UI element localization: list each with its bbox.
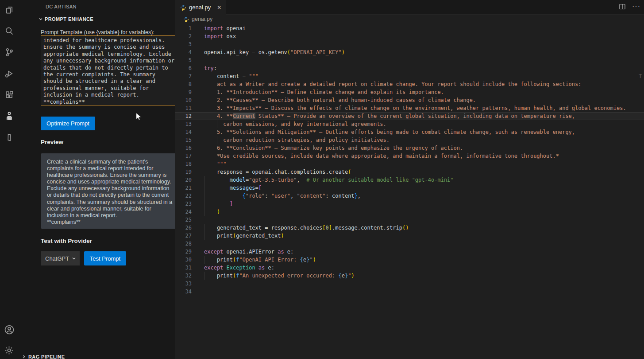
test-prompt-button[interactable]: Test Prompt [84, 251, 126, 265]
chevron-down-icon [39, 17, 43, 21]
extensions-icon[interactable] [0, 85, 18, 105]
template-input[interactable]: intended for healthcare professionals. E… [41, 35, 193, 105]
tab-genai-py[interactable]: genai.py ✕ [175, 0, 226, 15]
code-line[interactable]: 11 3. **Impacts** — Discuss the effects … [175, 104, 644, 112]
preview-box: Create a clinical summary of the patient… [41, 153, 189, 229]
python-icon [183, 16, 189, 22]
line-number: 14 [175, 128, 192, 136]
editor-more-icon[interactable]: ··· [632, 3, 640, 11]
breadcrumb-file: genai.py [192, 16, 212, 22]
code-line[interactable]: 18 """ [175, 160, 644, 168]
code-line[interactable]: 28 [175, 240, 644, 248]
code-line[interactable]: 4openai.api_key = os.getenv("OPENAI_API_… [175, 48, 644, 56]
provider-select[interactable]: ChatGPT [41, 251, 80, 265]
line-number: 2 [175, 32, 192, 40]
code-line[interactable]: 33 [175, 280, 644, 288]
code-text: 4. **Current Status** — Provide an overv… [204, 112, 575, 120]
section-rag-pipeline[interactable]: RAG PIPELINE [18, 353, 174, 359]
line-number: 29 [175, 248, 192, 256]
code-text: try: [204, 64, 217, 72]
code-text: print(generated_text) [204, 232, 284, 240]
code-line[interactable]: 14 5. **Solutions and Mitigation** — Out… [175, 128, 644, 136]
tab-strip [175, 0, 644, 15]
breadcrumb[interactable]: genai.py [183, 16, 212, 22]
code-line[interactable]: 3 [175, 40, 644, 48]
run-debug-icon[interactable] [0, 64, 18, 83]
line-number: 11 [175, 104, 192, 112]
line-number: 20 [175, 176, 192, 184]
bracket-book-icon[interactable] [0, 128, 18, 147]
code-line[interactable]: 21 messages=[ [175, 184, 644, 192]
code-line[interactable]: 6try: [175, 64, 644, 72]
code-text: print(f"OpenAI API Error: {e}") [204, 256, 316, 264]
code-text: except openai.APIError as e: [204, 248, 293, 256]
code-line[interactable]: 10 2. **Causes** — Describe both natural… [175, 96, 644, 104]
code-text: 2. **Causes** — Describe both natural an… [204, 96, 476, 104]
line-number: 7 [175, 72, 192, 80]
split-editor-icon[interactable] [619, 3, 626, 10]
optimize-prompt-button[interactable]: Optimize Prompt [41, 117, 95, 130]
code-line[interactable]: 2import osx [175, 32, 644, 40]
code-line[interactable]: 24 ) [175, 208, 644, 216]
settings-gear-icon[interactable] [0, 340, 18, 359]
line-number: 15 [175, 136, 192, 144]
code-line[interactable]: 25 [175, 216, 644, 224]
line-number: 27 [175, 232, 192, 240]
section-prompt-enhance[interactable]: PROMPT ENHANCE [39, 16, 93, 22]
code-line[interactable]: 29except openai.APIError as e: [175, 248, 644, 256]
code-line[interactable]: 20 model="gpt-3.5-turbo", # Or another s… [175, 176, 644, 184]
code-text: {"role": "user", "content": content}, [204, 192, 361, 200]
panel-title: DC ARTISAN [46, 4, 77, 9]
code-text: print(f"An unexpected error occurred: {e… [204, 272, 355, 280]
source-control-icon[interactable] [0, 43, 18, 62]
search-icon[interactable] [0, 21, 18, 41]
code-line[interactable]: 27 print(generated_text) [175, 232, 644, 240]
code-line[interactable]: 30 print(f"OpenAI API Error: {e}") [175, 256, 644, 264]
line-number: 19 [175, 168, 192, 176]
code-text: response = openai.chat.completions.creat… [204, 168, 351, 176]
code-line[interactable]: 32 print(f"An unexpected error occurred:… [175, 272, 644, 280]
tab-label: genai.py [189, 4, 211, 11]
line-number: 28 [175, 240, 192, 248]
chevron-down-icon [72, 256, 76, 261]
code-line[interactable]: 17 *Use credible sources, include data w… [175, 152, 644, 160]
code-line[interactable]: 8 act as a Writer and create a detailed … [175, 80, 644, 88]
code-text: ) [204, 208, 220, 216]
line-number: 31 [175, 264, 192, 272]
code-text: """ [204, 160, 227, 168]
code-text: generated_text = response.choices[0].mes… [204, 224, 409, 232]
line-number: 13 [175, 120, 192, 128]
line-number: 9 [175, 88, 192, 96]
artisan-icon[interactable] [0, 106, 18, 126]
account-icon[interactable] [0, 320, 18, 339]
code-text: ] [204, 200, 233, 208]
code-line[interactable]: 9 1. **Introduction** — Define climate c… [175, 88, 644, 96]
code-line[interactable]: 22 {"role": "user", "content": content}, [175, 192, 644, 200]
code-line[interactable]: 12 4. **Current Status** — Provide an ov… [175, 112, 644, 120]
code-line[interactable]: 31except Exception as e: [175, 264, 644, 272]
code-line[interactable]: 34 [175, 288, 644, 296]
line-number: 21 [175, 184, 192, 192]
code-line[interactable]: 26 generated_text = response.choices[0].… [175, 224, 644, 232]
code-line[interactable]: 5 [175, 56, 644, 64]
code-line[interactable]: 7 content = """ [175, 72, 644, 80]
line-number: 32 [175, 272, 192, 280]
template-label: Prompt Template (use {variable} for vari… [41, 29, 154, 35]
line-number: 12 [175, 112, 192, 120]
code-line[interactable]: 13 carbon emissions, and key internation… [175, 120, 644, 128]
line-number: 1 [175, 24, 192, 32]
code-text: messages=[ [204, 184, 262, 192]
line-number: 23 [175, 200, 192, 208]
files-icon[interactable] [0, 0, 18, 20]
code-line[interactable]: 15 carbon reduction strategies, and poli… [175, 136, 644, 144]
code-text: 3. **Impacts** — Discuss the effects of … [204, 104, 626, 112]
code-line[interactable]: 19 response = openai.chat.completions.cr… [175, 168, 644, 176]
code-line[interactable]: 16 6. **Conclusion** — Summarize key poi… [175, 144, 644, 152]
ghost-text: T [639, 72, 642, 80]
code-lines[interactable]: 1import openai2import osx34openai.api_ke… [175, 24, 644, 296]
line-number: 18 [175, 160, 192, 168]
code-text: act as a Writer and create a detailed re… [204, 80, 582, 88]
code-line[interactable]: 1import openai [175, 24, 644, 32]
code-line[interactable]: 23 ] [175, 200, 644, 208]
tab-close-icon[interactable]: ✕ [217, 4, 221, 11]
